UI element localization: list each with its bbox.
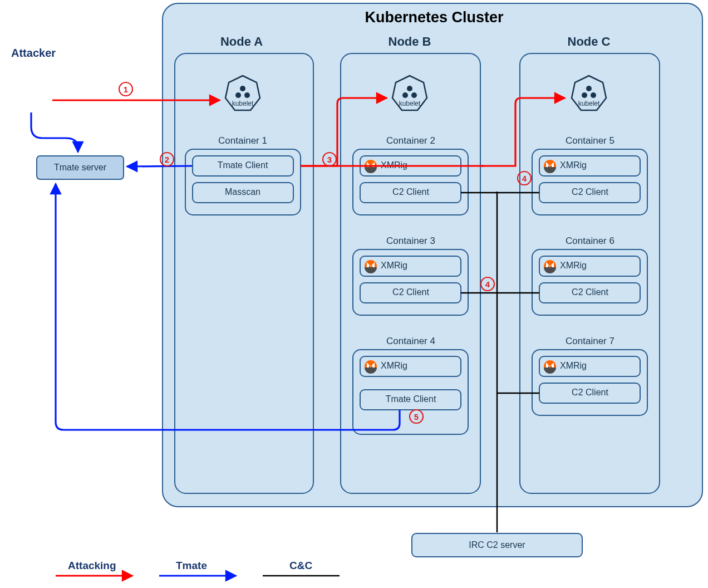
svg-rect-5 — [175, 53, 313, 493]
svg-text:C2 Client: C2 Client — [572, 187, 608, 197]
svg-text:XMRig: XMRig — [381, 261, 407, 270]
cluster-title: Kubernetes Cluster — [365, 9, 504, 26]
diagram-canvas: Kubernetes Cluster Node A kubelet Contai… — [0, 0, 708, 588]
svg-text:Tmate Client: Tmate Client — [386, 394, 436, 404]
svg-text:C&C: C&C — [289, 560, 312, 571]
svg-text:Container 2: Container 2 — [386, 135, 435, 146]
kubelet-label: kubelet — [232, 100, 254, 107]
node-c: Node C kubelet Container 5 XMRig C2 Clie… — [520, 35, 660, 493]
svg-text:Tmate Client: Tmate Client — [218, 160, 268, 170]
node-a: Node A kubelet Container 1 Tmate Client … — [175, 35, 313, 493]
kubelet-label-c: kubelet — [578, 100, 600, 107]
container-1-title: Container 1 — [218, 135, 267, 146]
monero-icon — [365, 360, 377, 374]
svg-text:3: 3 — [327, 155, 332, 164]
node-a-title: Node A — [220, 35, 263, 48]
legend: Attacking Tmate C&C — [56, 560, 340, 576]
svg-text:1: 1 — [124, 85, 128, 94]
monero-icon — [544, 160, 556, 173]
node-c-title: Node C — [568, 35, 611, 48]
svg-text:XMRig: XMRig — [560, 361, 587, 370]
attacker-label: Attacker — [11, 47, 56, 59]
svg-text:Container 6: Container 6 — [566, 236, 614, 246]
svg-text:C2 Client: C2 Client — [392, 187, 429, 197]
svg-text:C2 Client: C2 Client — [572, 388, 608, 397]
svg-text:5: 5 — [414, 412, 419, 422]
monero-icon — [544, 260, 556, 273]
svg-text:2: 2 — [165, 155, 169, 164]
monero-icon — [365, 260, 377, 273]
svg-text:Container 3: Container 3 — [386, 236, 435, 246]
svg-text:XMRig: XMRig — [381, 361, 407, 370]
svg-text:Container 4: Container 4 — [386, 336, 435, 346]
node-b-title: Node B — [389, 35, 431, 48]
node-b: Node B kubelet Container 2 XMRig C2 Clie… — [341, 35, 480, 493]
svg-text:C2 Client: C2 Client — [392, 287, 429, 297]
irc-server-label: IRC C2 server — [469, 540, 525, 550]
monero-icon — [544, 360, 556, 374]
svg-text:Container 5: Container 5 — [566, 135, 614, 146]
tmate-server-label: Tmate server — [54, 163, 107, 172]
svg-text:4: 4 — [522, 174, 527, 183]
svg-text:Masscan: Masscan — [225, 187, 260, 197]
svg-text:C2 Client: C2 Client — [572, 287, 608, 297]
svg-text:XMRig: XMRig — [560, 160, 587, 170]
svg-text:Container 7: Container 7 — [566, 336, 614, 346]
svg-text:4: 4 — [485, 280, 490, 289]
svg-text:Tmate: Tmate — [176, 560, 207, 571]
svg-text:Attacking: Attacking — [68, 560, 116, 571]
kubelet-label-b: kubelet — [399, 100, 421, 107]
step-1: 1 — [119, 82, 132, 96]
svg-text:XMRig: XMRig — [560, 261, 587, 270]
arrow-step-2 — [127, 166, 192, 166]
attacker-to-tmate — [31, 112, 78, 152]
